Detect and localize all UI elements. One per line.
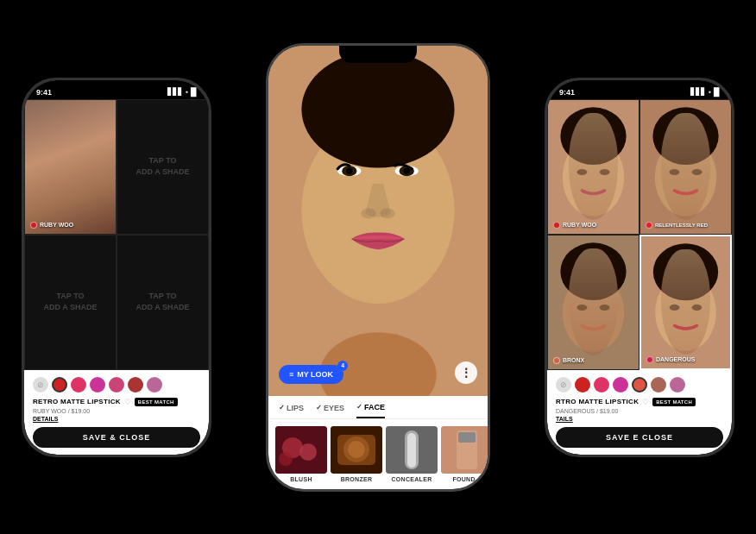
svg-point-38 (563, 273, 625, 352)
tap-add-2: TAP TOADD A SHADE (117, 100, 208, 234)
right-grid-cell-2[interactable]: RELENTLESSLY RED (639, 99, 732, 235)
signal-left: ▋▋▋ (167, 88, 183, 96)
tab-eyes[interactable]: ✓ EYES (316, 403, 344, 418)
swatch-4[interactable] (109, 377, 124, 393)
wifi-left: ▪ (186, 88, 188, 96)
svg-point-39 (560, 242, 626, 300)
svg-point-43 (655, 273, 716, 350)
svg-point-30 (576, 168, 587, 174)
mini-face-svg-3 (548, 236, 639, 369)
svg-rect-26 (458, 432, 476, 443)
svg-rect-27 (548, 100, 639, 234)
left-content: RUBY WOO TAP TOADD A SHADE TAP TOADD A S… (24, 80, 209, 455)
category-label-foundation: FOUND... (452, 476, 481, 482)
grid-cell-1[interactable]: RUBY WOO (24, 99, 117, 235)
mini-face-svg-2 (640, 100, 731, 234)
category-concealer[interactable]: CONCEALER (386, 426, 438, 482)
shade-label-right-3: BRONX (553, 357, 584, 364)
status-bar-right: 9:41 ▋▋▋ ▪ ▉ (547, 84, 732, 101)
shade-dot-r2 (646, 222, 652, 229)
mini-face-1 (548, 100, 639, 234)
right-content: RUBY WOO (547, 80, 732, 455)
swatch-r3[interactable] (613, 377, 628, 393)
swatch-1[interactable] (52, 377, 67, 393)
right-phone-screen: 9:41 ▋▋▋ ▪ ▉ (547, 80, 732, 455)
time-right: 9:41 (559, 88, 575, 97)
product-sub-left: RUBY WOO / $19.00 (33, 408, 200, 414)
product-name-left: RETRO MATTE LIPSTICK (33, 398, 121, 405)
tab-lips[interactable]: ✓ LIPS (279, 403, 304, 418)
my-look-button[interactable]: ≡ MY LOOK 4 (279, 365, 343, 384)
blush-svg (275, 426, 327, 474)
signal-right: ▋▋▋ (690, 88, 706, 96)
details-link-left[interactable]: DETAILS (33, 416, 200, 422)
check-face: ✓ (356, 403, 362, 411)
wifi-right: ▪ (709, 88, 711, 96)
tab-lips-label: LIPS (287, 404, 304, 412)
category-label-blush: BLUSH (290, 476, 312, 482)
tab-face[interactable]: ✓ FACE (356, 403, 385, 418)
swatch-3[interactable] (90, 377, 105, 393)
category-bronzer[interactable]: BRONZER (331, 426, 382, 482)
swatch-selector-right[interactable]: ⊘ (556, 377, 571, 393)
concealer-svg (386, 426, 438, 474)
category-blush[interactable]: BLUSH (275, 426, 327, 482)
svg-point-33 (655, 138, 717, 217)
my-look-label: MY LOOK (297, 370, 333, 379)
swatch-selector[interactable]: ⊘ (33, 377, 48, 393)
bronzer-svg (331, 426, 382, 474)
grid-cell-3[interactable]: TAP TOADD A SHADE (24, 235, 117, 370)
menu-icon: ≡ (289, 370, 293, 379)
tap-add-3: TAP TOADD A SHADE (25, 236, 116, 369)
right-grid-cell-1[interactable]: RUBY WOO (547, 99, 639, 235)
shade-label-1: RUBY WOO (30, 222, 73, 229)
right-grid-cell-3[interactable]: BRONX (547, 235, 639, 370)
save-close-button-left[interactable]: SAVE & CLOSE (33, 427, 200, 448)
svg-rect-37 (548, 236, 639, 369)
heart-icon-right[interactable]: ♡ (642, 398, 649, 406)
swatch-5[interactable] (128, 377, 143, 393)
center-phone-screen: ≡ MY LOOK 4 ⋮ ✓ LIPS ✓ EYES (268, 46, 488, 489)
left-grid: RUBY WOO TAP TOADD A SHADE TAP TOADD A S… (24, 99, 209, 370)
mini-face-3 (548, 236, 639, 369)
thumb-foundation (441, 426, 488, 474)
more-button[interactable]: ⋮ (455, 361, 477, 384)
time-left: 9:41 (36, 88, 52, 97)
swatch-2[interactable] (71, 377, 86, 393)
swatch-r6[interactable] (670, 377, 685, 393)
heart-icon-left[interactable]: ♡ (124, 398, 131, 406)
mini-face-svg-4 (641, 236, 730, 368)
tab-face-label: FACE (364, 403, 385, 411)
shade-label-right-2: RELENTLESSLY RED (646, 222, 708, 229)
best-match-badge-left: BEST MATCH (135, 398, 178, 406)
grid-cell-4[interactable]: TAP TOADD A SHADE (117, 235, 209, 370)
swatch-r4[interactable] (632, 377, 647, 393)
swatch-r2[interactable] (594, 377, 609, 393)
save-close-button-right[interactable]: SAVE E CLOSE (556, 427, 723, 448)
category-label-bronzer: BRONZER (341, 476, 373, 482)
svg-point-45 (670, 304, 680, 310)
product-name-right: RTRO MATTE LIPSTICK (556, 398, 639, 405)
right-grid-cell-4[interactable]: DANGEROUS (639, 235, 732, 370)
swatch-6[interactable] (147, 377, 162, 393)
svg-point-44 (653, 243, 718, 300)
category-label-concealer: CONCEALER (391, 476, 432, 482)
product-info-right: RTRO MATTE LIPSTICK ♡ BEST MATCH (556, 398, 723, 406)
foundation-svg (441, 426, 488, 474)
thumb-concealer (386, 426, 438, 474)
left-phone-screen: 9:41 ▋▋▋ ▪ ▉ RUBY WOO (24, 80, 209, 455)
tap-add-4: TAP TOADD A SHADE (117, 236, 208, 369)
categories-row: BLUSH BRONZER (268, 419, 488, 489)
svg-point-29 (560, 107, 626, 165)
svg-point-6 (346, 167, 352, 173)
grid-cell-2[interactable]: TAP TOADD A SHADE (117, 99, 209, 235)
swatch-r5[interactable] (651, 377, 666, 393)
swatch-r1[interactable] (575, 377, 590, 393)
svg-point-20 (348, 441, 365, 458)
category-foundation[interactable]: FOUND... (441, 426, 488, 482)
product-sub-right: DANGEROUS / $19.00 (556, 408, 723, 414)
shade-dot-r3 (553, 357, 560, 364)
details-link-right[interactable]: TAILS (556, 416, 723, 422)
battery-right: ▉ (714, 88, 720, 97)
right-grid: RUBY WOO (547, 99, 732, 370)
